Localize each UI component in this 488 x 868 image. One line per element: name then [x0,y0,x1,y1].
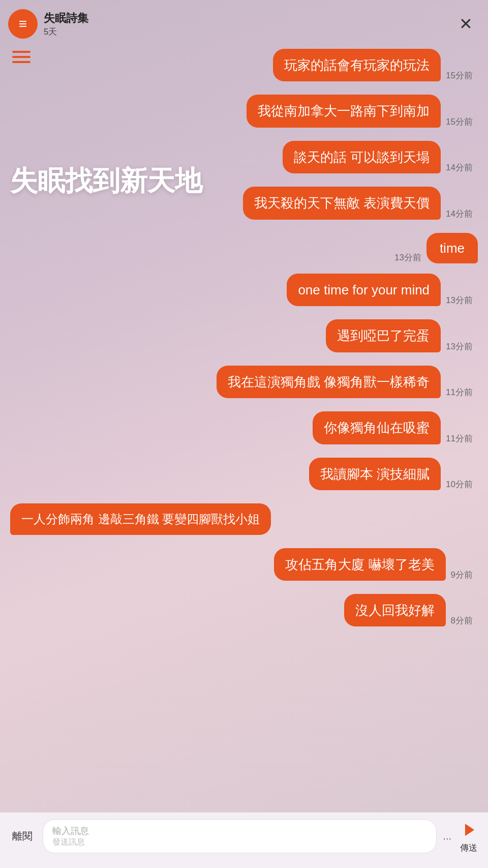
close-icon: ✕ [459,14,473,34]
message-bubble: 遇到啞巴了完蛋 [326,319,441,352]
table-row: 13分前 one time for your mind [10,274,478,306]
table-row: 8分前 沒人回我好解 [10,594,478,626]
table-row: 一人分飾兩角 邊敲三角鐵 要變四腳獸找小姐 [10,503,478,535]
message-bubble: 一人分飾兩角 邊敲三角鐵 要變四腳獸找小姐 [10,503,271,535]
more-icon: ... [443,830,451,842]
message-bubble: 談天的話 可以談到天塌 [283,141,441,173]
message-bubble: 我讀腳本 演技細膩 [309,458,441,490]
message-time: 14分前 [446,162,473,173]
message-time: 13分前 [394,252,421,263]
table-row: 10分前 我讀腳本 演技細膩 [10,458,478,490]
message-bubble: time [426,233,478,263]
leave-button[interactable]: 離閱 [8,827,37,845]
message-bubble: 玩家的話會有玩家的玩法 [273,49,441,81]
message-bubble: 你像獨角仙在吸蜜 [313,411,441,444]
more-options[interactable]: ... [443,830,451,842]
message-time: 13分前 [446,294,473,306]
profile-days: 5天 [44,26,88,38]
message-bubble: 我從南加拿大一路南下到南加 [247,95,441,127]
close-button[interactable]: ✕ [455,14,476,34]
message-time: 11分前 [446,386,473,398]
menu-icon[interactable] [12,51,30,63]
table-row: 15分前 我從南加拿大一路南下到南加 [10,95,478,127]
message-time: 9分前 [451,569,473,581]
message-time: 15分前 [446,116,473,128]
message-time: 8分前 [451,615,473,626]
message-time: 14分前 [446,208,473,220]
menu-line-1 [12,51,30,53]
message-time: 11分前 [446,433,473,444]
top-bar: ≡ 失眠詩集 5天 ✕ [0,0,488,44]
message-bubble: one time for your mind [287,274,441,306]
profile-info: 失眠詩集 5天 [44,11,88,38]
input-placeholder: 輸入訊息 [52,825,427,837]
profile-area: ≡ 失眠詩集 5天 [8,9,88,39]
message-time: 15分前 [446,70,473,81]
send-triangle-icon [465,824,474,836]
send-button[interactable]: 傳送 [458,819,480,854]
chat-area: 15分前 玩家的話會有玩家的玩法 15分前 我從南加拿大一路南下到南加 14分前… [0,44,488,636]
message-input[interactable]: 輸入訊息 發送訊息 [43,819,437,853]
message-bubble: 沒人回我好解 [344,594,446,626]
message-bubble: 我天殺的天下無敵 表演費天價 [243,187,441,219]
message-bubble: 攻佔五角大廈 嚇壞了老美 [274,548,445,581]
table-row: 14分前 我天殺的天下無敵 表演費天價 [10,187,478,219]
message-bubble: 我在這演獨角戲 像獨角獸一樣稀奇 [217,366,441,398]
avatar[interactable]: ≡ [8,9,38,39]
menu-line-3 [12,61,30,63]
table-row: 14分前 談天的話 可以談到天塌 [10,141,478,173]
message-time: 10分前 [446,478,473,490]
input-sub: 發送訊息 [52,837,427,848]
send-label: 傳送 [460,842,477,854]
table-row: 11分前 你像獨角仙在吸蜜 [10,411,478,444]
send-icon [458,819,480,841]
table-row: 11分前 我在這演獨角戲 像獨角獸一樣稀奇 [10,366,478,398]
table-row: 15分前 玩家的話會有玩家的玩法 [10,49,478,81]
menu-line-2 [12,56,30,58]
table-row: 13分前 遇到啞巴了完蛋 [10,319,478,352]
message-time: 13分前 [446,341,473,352]
table-row: 9分前 攻佔五角大廈 嚇壞了老美 [10,548,478,581]
bottom-bar: 離閱 輸入訊息 發送訊息 ... 傳送 [0,812,488,868]
avatar-icon: ≡ [19,17,27,31]
profile-name: 失眠詩集 [44,11,88,26]
